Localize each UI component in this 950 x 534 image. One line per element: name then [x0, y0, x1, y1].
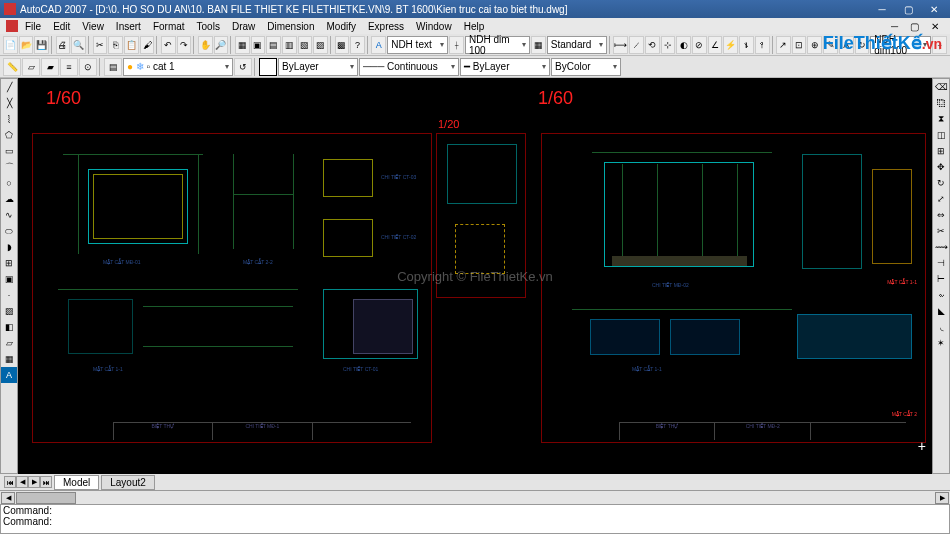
hatch-tool[interactable]: ▨	[1, 303, 17, 319]
insert-block-tool[interactable]: ⊞	[1, 255, 17, 271]
menu-draw[interactable]: Draw	[227, 20, 260, 33]
lineweight-combo[interactable]: ━ ByLayer	[460, 58, 550, 76]
menu-insert[interactable]: Insert	[111, 20, 146, 33]
gradient-tool[interactable]: ◧	[1, 319, 17, 335]
tab-layout2[interactable]: Layout2	[101, 475, 155, 490]
ellipse-arc-tool[interactable]: ◗	[1, 239, 17, 255]
copy-button[interactable]: ⎘	[108, 36, 123, 54]
scroll-left[interactable]: ◀	[1, 492, 15, 504]
fillet-tool[interactable]: ◟	[933, 319, 949, 335]
dim-linear-button[interactable]: ⟼	[613, 36, 628, 54]
block-editor-button[interactable]: ▩	[335, 36, 350, 54]
pline-tool[interactable]: ⦚	[1, 111, 17, 127]
copy-tool[interactable]: ⿻	[933, 95, 949, 111]
polygon-tool[interactable]: ⬠	[1, 127, 17, 143]
line-tool[interactable]: ╱	[1, 79, 17, 95]
dim-style-combo[interactable]: NDH dim 100	[465, 36, 530, 54]
scale-tool[interactable]: ⤢	[933, 191, 949, 207]
tablestyle-icon[interactable]: ▦	[531, 36, 546, 54]
plotstyle-combo[interactable]: ByColor	[551, 58, 621, 76]
new-button[interactable]: 📄	[3, 36, 18, 54]
circle-tool[interactable]: ○	[1, 175, 17, 191]
move-tool[interactable]: ✥	[933, 159, 949, 175]
extend-tool[interactable]: ⟿	[933, 239, 949, 255]
dim-angular-button[interactable]: ∠	[708, 36, 723, 54]
tool-palettes-button[interactable]: ▤	[266, 36, 281, 54]
dim-aligned-button[interactable]: ⟋	[629, 36, 644, 54]
scroll-right[interactable]: ▶	[935, 492, 949, 504]
dim-diameter-button[interactable]: ⊘	[692, 36, 707, 54]
color-combo[interactable]: ByLayer	[278, 58, 358, 76]
region-tool[interactable]: ▱	[1, 335, 17, 351]
table-style-combo[interactable]: Standard	[547, 36, 607, 54]
tab-next[interactable]: ▶	[28, 476, 40, 488]
menu-modify[interactable]: Modify	[322, 20, 361, 33]
mdi-close[interactable]: ✕	[926, 20, 944, 33]
stretch-tool[interactable]: ⇔	[933, 207, 949, 223]
menu-format[interactable]: Format	[148, 20, 190, 33]
xline-tool[interactable]: ╳	[1, 95, 17, 111]
calc-button[interactable]: ▨	[313, 36, 328, 54]
region-button[interactable]: ▰	[41, 58, 59, 76]
linetype-combo[interactable]: ─── Continuous	[359, 58, 459, 76]
menu-file[interactable]: File	[20, 20, 46, 33]
join-tool[interactable]: ⧜	[933, 287, 949, 303]
dimstyle-icon[interactable]: ⟊	[449, 36, 464, 54]
menu-express[interactable]: Express	[363, 20, 409, 33]
mdi-restore[interactable]: ▢	[905, 20, 924, 33]
point-tool[interactable]: ·	[1, 287, 17, 303]
zoom-button[interactable]: 🔎	[214, 36, 229, 54]
dim-radius-button[interactable]: ◐	[676, 36, 691, 54]
sheet-set-button[interactable]: ▥	[282, 36, 297, 54]
distance-button[interactable]: 📏	[3, 58, 21, 76]
list-button[interactable]: ≡	[60, 58, 78, 76]
array-tool[interactable]: ⊞	[933, 143, 949, 159]
rectangle-tool[interactable]: ▭	[1, 143, 17, 159]
tab-first[interactable]: ⏮	[4, 476, 16, 488]
mirror-tool[interactable]: ⧗	[933, 111, 949, 127]
save-button[interactable]: 💾	[34, 36, 49, 54]
layer-prev-button[interactable]: ↺	[234, 58, 252, 76]
dim-quick-button[interactable]: ⚡	[723, 36, 738, 54]
mdi-minimize[interactable]: ─	[886, 20, 903, 33]
scroll-thumb[interactable]	[16, 492, 76, 504]
menu-help[interactable]: Help	[459, 20, 490, 33]
rotate-tool[interactable]: ↻	[933, 175, 949, 191]
markup-button[interactable]: ▧	[298, 36, 313, 54]
trim-tool[interactable]: ✂	[933, 223, 949, 239]
text-style-combo[interactable]: NDH text	[387, 36, 448, 54]
redo-button[interactable]: ↷	[177, 36, 192, 54]
help-button[interactable]: ?	[350, 36, 365, 54]
table-tool[interactable]: ▦	[1, 351, 17, 367]
revcloud-tool[interactable]: ☁	[1, 191, 17, 207]
dim-continue-button[interactable]: ⫯	[755, 36, 770, 54]
properties-button[interactable]: ▦	[235, 36, 250, 54]
cut-button[interactable]: ✂	[93, 36, 108, 54]
undo-button[interactable]: ↶	[161, 36, 176, 54]
menu-window[interactable]: Window	[411, 20, 457, 33]
plot-preview-button[interactable]: 🔍	[71, 36, 86, 54]
break-tool[interactable]: ⊢	[933, 271, 949, 287]
command-window[interactable]: Command: Command:	[0, 504, 950, 534]
tab-model[interactable]: Model	[54, 475, 99, 490]
close-button[interactable]: ✕	[922, 2, 946, 16]
tolerance-button[interactable]: ⊡	[792, 36, 807, 54]
print-button[interactable]: 🖨	[56, 36, 71, 54]
erase-tool[interactable]: ⌫	[933, 79, 949, 95]
make-block-tool[interactable]: ▣	[1, 271, 17, 287]
mtext-tool[interactable]: A	[1, 367, 17, 383]
id-button[interactable]: ⊙	[79, 58, 97, 76]
cmd-prompt[interactable]: Command:	[3, 516, 947, 527]
arc-tool[interactable]: ⌒	[1, 159, 17, 175]
ellipse-tool[interactable]: ⬭	[1, 223, 17, 239]
menu-view[interactable]: View	[77, 20, 109, 33]
leader-button[interactable]: ↗	[776, 36, 791, 54]
dim-ordinate-button[interactable]: ⊹	[661, 36, 676, 54]
maximize-button[interactable]: ▢	[896, 2, 920, 16]
offset-tool[interactable]: ◫	[933, 127, 949, 143]
menu-edit[interactable]: Edit	[48, 20, 75, 33]
tab-prev[interactable]: ◀	[16, 476, 28, 488]
drawing-canvas[interactable]: Copyright © FileThietKe.vn 1/60 1/20 1/6…	[18, 78, 932, 474]
minimize-button[interactable]: ─	[870, 2, 894, 16]
menu-dimension[interactable]: Dimension	[262, 20, 319, 33]
